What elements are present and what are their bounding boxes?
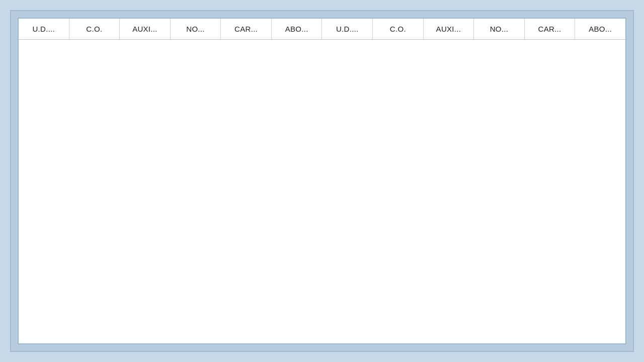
tab-item-tab-car-1[interactable]: CAR...	[221, 19, 272, 39]
outer-container: U.D....C.O.AUXI...NO...CAR...ABO...U.D..…	[10, 10, 634, 352]
tab-item-tab-car-2[interactable]: CAR...	[525, 19, 576, 39]
tab-item-tab-auxi-1[interactable]: AUXI...	[120, 19, 171, 39]
tab-item-tab-ud-2[interactable]: U.D....	[322, 19, 373, 39]
tab-item-tab-co-1[interactable]: C.O.	[69, 19, 120, 39]
tab-item-tab-auxi-2[interactable]: AUXI...	[424, 19, 474, 39]
tab-item-tab-no-2[interactable]: NO...	[474, 19, 525, 39]
tab-item-tab-ud-1[interactable]: U.D....	[19, 19, 69, 39]
tab-item-tab-abo-2[interactable]: ABO...	[575, 19, 625, 39]
content-area	[19, 40, 625, 343]
tab-bar: U.D....C.O.AUXI...NO...CAR...ABO...U.D..…	[19, 19, 625, 40]
tab-item-tab-no-1[interactable]: NO...	[171, 19, 221, 39]
tab-item-tab-co-2[interactable]: C.O.	[373, 19, 424, 39]
inner-container: U.D....C.O.AUXI...NO...CAR...ABO...U.D..…	[18, 18, 626, 344]
tab-item-tab-abo-1[interactable]: ABO...	[272, 19, 323, 39]
